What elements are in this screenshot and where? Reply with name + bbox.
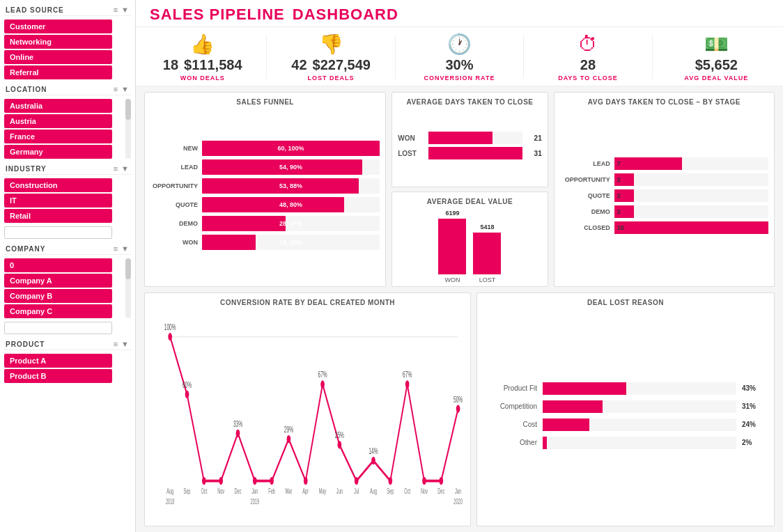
avg-deal-col-0: 6199WON	[438, 210, 466, 283]
avg-deal-lbl-1: LOST	[479, 276, 496, 283]
kpi-separator-1	[395, 36, 396, 79]
filter-search-industry[interactable]	[4, 226, 112, 239]
filter-item-online[interactable]: Online	[4, 50, 112, 64]
funnel-bar-label-5: 18, 30%	[279, 239, 302, 246]
filter-item-company-b[interactable]: Company B	[4, 289, 112, 303]
lost-pct-2: 24%	[742, 421, 763, 428]
filter-item-austria[interactable]: Austria	[4, 114, 112, 128]
avg-deal-col-1: 5418LOST	[473, 224, 501, 283]
by-stage-row-1: OPPORTUNITY2	[560, 173, 768, 186]
scrollbar-location[interactable]	[125, 99, 131, 159]
funnel-bar-label-2: 53, 88%	[279, 182, 302, 189]
kpi-card-0: 👍18$111,584WON DEALS	[147, 33, 258, 81]
filter-item-networking[interactable]: Networking	[4, 35, 112, 49]
funnel-bar-3: 48, 80%	[202, 197, 344, 212]
kpi-num-2: 30%	[446, 57, 474, 73]
kpi-num-3: 28	[580, 57, 596, 73]
filter-item-product-b[interactable]: Product B	[4, 369, 112, 383]
kpi-separator-0	[266, 36, 267, 79]
conv-dot-8	[304, 477, 308, 485]
filter-section-company: COMPANY ≡ ▼0Company ACompany BCompany C	[4, 243, 131, 334]
filter-item-company-c[interactable]: Company C	[4, 304, 112, 318]
avg-deal-bar-1	[473, 233, 501, 274]
conv-xlabel-12: Aug	[370, 487, 377, 496]
conv-val-0: 100%	[164, 322, 176, 332]
charts-area: SALES FUNNEL NEW60, 100%LEAD54, 90%OPPOR…	[136, 86, 783, 532]
conv-dot-7	[287, 435, 291, 443]
conv-dot-10	[338, 441, 342, 448]
conv-val-7: 29%	[284, 425, 293, 435]
lost-label-1: Competition	[488, 402, 537, 410]
funnel-row-4: DEMO28, 47%	[150, 216, 380, 231]
funnel-label-3: QUOTE	[150, 201, 198, 208]
avg-deal-lbl-0: WON	[444, 276, 460, 283]
by-stage-label-0: LEAD	[560, 160, 610, 167]
avg-days-row-0: WON21	[398, 132, 541, 144]
kpi-card-1: 👎42$227,549LOST DEALS	[275, 33, 386, 81]
conv-xlabel-9: May	[319, 487, 327, 496]
filter-header-company: COMPANY ≡ ▼	[4, 243, 131, 255]
lost-row-2: Cost24%	[488, 418, 763, 431]
kpi-label-1: LOST DEALS	[308, 75, 355, 81]
filter-item-company-a[interactable]: Company A	[4, 274, 112, 288]
filter-item-construction[interactable]: Construction	[4, 178, 112, 192]
kpi-label-0: WON DEALS	[180, 75, 225, 81]
conv-xlabel-0: Aug	[166, 487, 173, 496]
avg-deal-title: AVERAGE DEAL VALUE	[398, 198, 541, 205]
lost-bar-2	[543, 418, 589, 431]
conv-xlabel-4: Dec	[234, 487, 241, 496]
filter-search-company[interactable]	[4, 322, 112, 334]
avg-deal-bar-0	[438, 219, 466, 274]
conv-xlabel-13: Sep	[387, 487, 394, 496]
filter-icons-industry[interactable]: ≡ ▼	[114, 164, 130, 173]
filter-item-referral[interactable]: Referral	[4, 65, 112, 79]
filter-icons-lead-source[interactable]: ≡ ▼	[114, 6, 130, 14]
filter-icons-company[interactable]: ≡ ▼	[114, 244, 130, 253]
by-stage-label-4: CLOSED	[560, 224, 610, 231]
funnel-bar-label-3: 48, 80%	[279, 201, 302, 208]
scrollbar-company[interactable]	[125, 258, 131, 318]
funnel-label-0: NEW	[150, 145, 198, 152]
filter-item-0[interactable]: 0	[4, 258, 112, 272]
filter-section-location: LOCATION ≡ ▼AustraliaAustriaFranceGerman…	[4, 84, 131, 159]
avg-days-chart: AVERAGE DAYS TAKEN TO CLOSE WON21LOST31	[392, 92, 548, 187]
avg-days-bar-0	[428, 132, 492, 144]
conv-year-0: 2018	[166, 497, 175, 506]
filter-item-it[interactable]: IT	[4, 194, 112, 208]
filter-item-product-a[interactable]: Product A	[4, 354, 112, 368]
kpi-label-3: DAYS TO CLOSE	[558, 75, 618, 81]
conv-xlabel-15: Nov	[421, 487, 428, 496]
lost-pct-3: 2%	[742, 439, 763, 446]
kpi-card-3: ⏱28DAYS TO CLOSE	[532, 33, 643, 81]
filter-icons-product[interactable]: ≡ ▼	[114, 340, 130, 348]
conv-dot-12	[371, 457, 375, 464]
kpi-icon-2: 🕐	[447, 33, 472, 56]
by-stage-bar-0: 7	[614, 157, 682, 170]
lost-row-3: Other2%	[488, 437, 763, 449]
by-stage-row-2: QUOTE2	[560, 189, 768, 202]
filter-item-customer[interactable]: Customer	[4, 19, 112, 33]
funnel-bar-1: 54, 90%	[202, 159, 362, 175]
avg-days-row-1: LOST31	[398, 147, 541, 159]
filter-item-france[interactable]: France	[4, 130, 112, 143]
kpi-num-4: $5,652	[695, 57, 738, 73]
filter-item-retail[interactable]: Retail	[4, 209, 112, 223]
conversion-svg: 100%Aug201860%SepOctNov33%DecJan2019Feb2…	[150, 311, 465, 520]
conv-dot-14	[405, 380, 410, 388]
by-stage-bar-3: 2	[614, 205, 635, 218]
by-stage-val-3: 2	[617, 208, 621, 215]
conv-year-17: 2020	[453, 497, 463, 506]
by-stage-bar-4: 16	[614, 221, 768, 234]
lost-pct-0: 43%	[742, 384, 763, 392]
conv-xlabel-2: Oct	[201, 487, 207, 496]
conv-val-1: 60%	[183, 380, 192, 390]
filter-item-germany[interactable]: Germany	[4, 145, 112, 159]
filter-header-industry: INDUSTRY ≡ ▼	[4, 163, 131, 175]
filter-label-product: PRODUCT	[6, 341, 45, 348]
filter-item-australia[interactable]: Australia	[4, 99, 112, 113]
by-stage-row-0: LEAD7	[560, 157, 768, 170]
conv-dot-6	[270, 477, 274, 485]
conv-dot-4	[236, 430, 240, 437]
filter-icons-location[interactable]: ≡ ▼	[114, 85, 130, 93]
conv-dot-9	[320, 380, 325, 388]
